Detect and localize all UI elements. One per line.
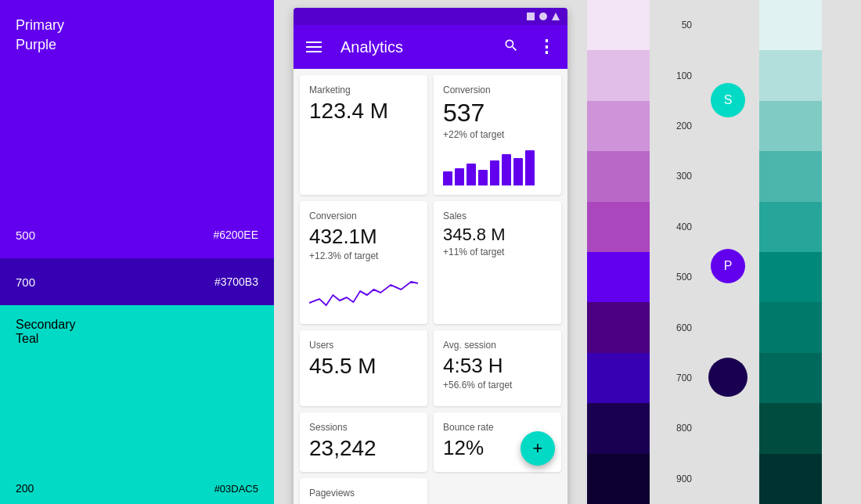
phone-content-wrapper: Marketing 123.4 M Conversion 537 +22% of…	[294, 69, 567, 504]
swatch-num-800: 800	[654, 403, 692, 453]
pageviews-label: Pageviews	[309, 488, 418, 499]
conversion-small-label: Conversion	[443, 85, 552, 95]
conversion-bar-chart	[443, 146, 552, 185]
conversion-large-value: 432.1M	[309, 225, 418, 249]
secondary-teal-label: Secondary Teal	[16, 318, 258, 346]
conversion-small-value: 537	[443, 99, 552, 128]
conversion-large-label: Conversion	[309, 211, 418, 221]
primary-purple-section: Primary Purple	[0, 0, 274, 211]
bounce-rate-card: Bounce rate 12% +	[434, 412, 561, 472]
pageviews-card: Pageviews Mobile offline...	[300, 478, 427, 504]
teal-swatch-300	[759, 151, 822, 201]
circle-dark	[708, 358, 748, 397]
purple-swatch-400	[587, 202, 650, 252]
conversion-small-card: Conversion 537 +22% of target	[434, 75, 561, 195]
sessions-card: Sessions 23,242	[300, 412, 427, 472]
conversion-large-card: Conversion 432.1M +12.3% of target	[300, 201, 427, 324]
purple-swatch-700	[587, 353, 650, 403]
marketing-label: Marketing	[309, 85, 418, 95]
users-card: Users 45.5 M	[300, 330, 427, 406]
swatch-numbers: 50 100 200 300 400 500 600 700 800 900	[650, 0, 697, 504]
app-bar: Analytics ⋮	[294, 25, 567, 69]
purple-swatch-900	[587, 454, 650, 504]
teal-swatch-700	[759, 353, 822, 403]
users-value: 45.5 M	[309, 354, 418, 379]
teal-swatch-100	[759, 50, 822, 100]
secondary-teal-section: Secondary Teal 200 #03DAC5	[0, 305, 274, 504]
marketing-card: Marketing 123.4 M	[300, 75, 427, 195]
phone-content: Marketing 123.4 M Conversion 537 +22% of…	[294, 69, 567, 504]
shade-200-teal-hex: #03DAC5	[214, 483, 258, 495]
circle-p: P	[711, 249, 745, 283]
shade-700-hex: #3700B3	[214, 275, 258, 288]
circle-items: S P	[697, 0, 759, 504]
purple-swatches	[587, 0, 650, 504]
shade-700-number: 700	[16, 275, 35, 289]
purple-swatch-300	[587, 151, 650, 201]
purple-swatch-500	[587, 252, 650, 302]
teal-swatch-400	[759, 202, 822, 252]
sales-sub: +11% of target	[443, 247, 552, 257]
shade-700-row: 700 #3700B3	[0, 258, 274, 305]
shade-500-row: 500 #6200EE	[0, 211, 274, 258]
swatch-num-100: 100	[654, 50, 692, 100]
avg-session-card: Avg. session 4:53 H +56.6% of target	[434, 330, 561, 406]
app-title: Analytics	[340, 38, 491, 56]
swatch-num-300: 300	[654, 151, 692, 201]
conversion-small-sub: +22% of target	[443, 129, 552, 140]
swatch-num-700: 700	[654, 353, 692, 403]
shade-200-teal-number: 200	[16, 482, 34, 495]
purple-swatch-200	[587, 101, 650, 151]
teal-swatch-500	[759, 252, 822, 302]
signal-icon	[539, 13, 547, 20]
purple-swatch-100	[587, 50, 650, 100]
swatch-num-900: 900	[654, 454, 692, 504]
avg-session-sub: +56.6% of target	[443, 380, 552, 391]
primary-purple-label: Primary Purple	[16, 16, 258, 55]
swatch-num-50: 50	[654, 0, 692, 50]
conversion-line-chart	[309, 268, 418, 315]
more-icon[interactable]: ⋮	[538, 37, 555, 57]
sales-value: 345.8 M	[443, 225, 552, 245]
avg-session-label: Avg. session	[443, 340, 552, 351]
purple-swatch-600	[587, 302, 650, 352]
conversion-large-sub: +12.3% of target	[309, 250, 418, 261]
battery-icon	[527, 13, 535, 20]
swatch-num-400: 400	[654, 202, 692, 252]
swatch-num-600: 600	[654, 302, 692, 352]
shade-200-teal-row: 200 #03DAC5	[16, 479, 258, 498]
users-label: Users	[309, 340, 418, 351]
sessions-label: Sessions	[309, 422, 418, 433]
circle-s: S	[711, 83, 745, 117]
fab-button[interactable]: +	[521, 431, 555, 466]
teal-swatch-50	[759, 0, 822, 50]
purple-swatch-50	[587, 0, 650, 50]
search-icon[interactable]	[503, 38, 519, 57]
sales-label: Sales	[443, 211, 552, 221]
teal-swatch-900	[759, 454, 822, 504]
teal-swatch-800	[759, 403, 822, 453]
swatch-num-500: 500	[654, 252, 692, 302]
teal-swatches	[759, 0, 822, 504]
swatch-num-200: 200	[654, 101, 692, 151]
shade-500-hex: #6200EE	[213, 229, 258, 241]
sessions-value: 23,242	[309, 436, 418, 461]
marketing-value: 123.4 M	[309, 99, 418, 124]
purple-swatch-800	[587, 403, 650, 453]
wifi-icon	[552, 13, 560, 20]
sales-card: Sales 345.8 M +11% of target	[434, 201, 561, 324]
left-panel: Primary Purple 500 #6200EE 700 #3700B3 S…	[0, 0, 274, 504]
teal-swatch-600	[759, 302, 822, 352]
right-panel: 50 100 200 300 400 500 600 700 800 900 S…	[587, 0, 861, 504]
avg-session-value: 4:53 H	[443, 354, 552, 378]
phone-mockup: Analytics ⋮ Marketing 123.4 M Conversion…	[294, 8, 567, 504]
shade-500-number: 500	[16, 229, 35, 242]
teal-swatch-200	[759, 101, 822, 151]
middle-panel: Analytics ⋮ Marketing 123.4 M Conversion…	[274, 0, 587, 504]
phone-status-bar	[294, 8, 567, 25]
menu-icon[interactable]	[306, 41, 322, 52]
